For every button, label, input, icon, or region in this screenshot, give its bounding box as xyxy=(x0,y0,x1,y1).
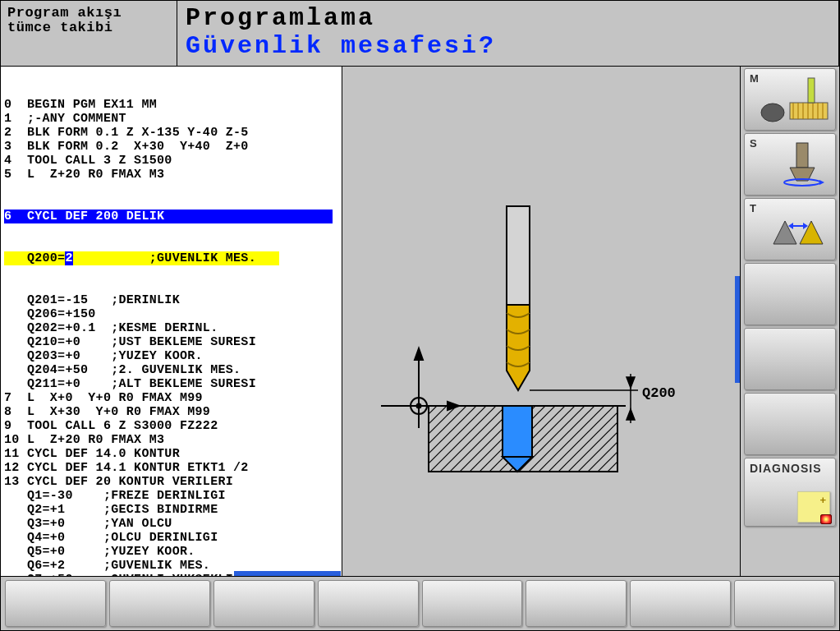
svg-marker-5 xyxy=(415,348,423,360)
graphic-scroll-thumb[interactable] xyxy=(735,276,740,383)
svg-rect-2 xyxy=(503,406,532,457)
side-panel: M S T xyxy=(741,67,839,576)
side-btn-s[interactable]: S xyxy=(744,133,836,196)
nc-line[interactable]: 0 BEGIN PGM EX11 MM xyxy=(4,98,338,112)
nc-line[interactable]: Q211=+0 ;ALT BEKLEME SURESI xyxy=(4,377,338,391)
nc-line[interactable]: 1 ;-ANY COMMENT xyxy=(4,112,338,126)
mode-box: Program akışı tümce takibi xyxy=(1,1,177,66)
softkey-8[interactable] xyxy=(734,580,835,627)
t-icon xyxy=(749,201,834,256)
cursor-value[interactable]: 2 xyxy=(65,251,72,265)
nc-line[interactable]: 9 TOOL CALL 6 Z S3000 FZ222 xyxy=(4,419,338,433)
nc-line[interactable]: Q201=-15 ;DERINLIK xyxy=(4,293,338,307)
help-graphic-pane: Q200 xyxy=(342,67,741,576)
nc-line[interactable]: 10 L Z+20 R0 FMAX M3 xyxy=(4,433,338,447)
svg-marker-28 xyxy=(819,180,824,185)
diag-indicator-icon xyxy=(820,514,832,524)
nc-line[interactable]: Q204=+50 ;2. GUVENLIK MES. xyxy=(4,363,338,377)
softkey-4[interactable] xyxy=(318,580,419,627)
side-btn-empty-3[interactable] xyxy=(744,393,836,455)
nc-line[interactable]: Q203=+0 ;YUZEY KOOR. xyxy=(4,349,338,363)
softkey-row xyxy=(1,576,839,630)
svg-marker-13 xyxy=(627,377,635,388)
softkey-5[interactable] xyxy=(422,580,523,627)
softkey-6[interactable] xyxy=(526,580,627,627)
cycle-help-graphic xyxy=(342,67,737,576)
side-btn-empty-1[interactable] xyxy=(744,263,836,325)
side-btn-empty-2[interactable] xyxy=(744,328,836,390)
title-prompt: Güvenlik mesafesi? xyxy=(186,32,830,60)
nc-line[interactable]: Q2=+1 ;GECIS BINDIRME xyxy=(4,503,338,517)
nc-line[interactable]: 2 BLK FORM 0.1 Z X-135 Y-40 Z-5 xyxy=(4,126,338,140)
nc-line[interactable]: 7 L X+0 Y+0 R0 FMAX M99 xyxy=(4,391,338,405)
softkey-7[interactable] xyxy=(630,580,731,627)
svg-marker-14 xyxy=(627,409,635,420)
title-box: Programlama Güvenlik mesafesi? xyxy=(177,1,839,66)
svg-rect-15 xyxy=(790,103,828,119)
side-btn-t[interactable]: T xyxy=(744,198,836,260)
nc-line[interactable]: Q4=+0 ;OLCU DERINLIGI xyxy=(4,531,338,545)
side-btn-m[interactable]: M xyxy=(744,68,836,131)
nc-line[interactable]: 8 L X+30 Y+0 R0 FMAX M99 xyxy=(4,405,338,419)
softkey-3[interactable] xyxy=(213,580,314,627)
highlighted-line[interactable]: 6 CYCL DEF 200 DELIK xyxy=(4,210,333,223)
nc-line[interactable]: 3 BLK FORM 0.2 X+30 Y+40 Z+0 xyxy=(4,140,338,154)
nc-line[interactable]: Q5=+0 ;YUZEY KOOR. xyxy=(4,545,338,559)
m-icon xyxy=(749,71,834,126)
s-icon xyxy=(749,136,834,191)
nc-line[interactable]: 11 CYCL DEF 14.0 KONTUR xyxy=(4,447,338,461)
softkey-1[interactable] xyxy=(5,580,106,627)
nc-line[interactable]: Q3=+0 ;YAN OLCU xyxy=(4,517,338,531)
softkey-2[interactable] xyxy=(109,580,210,627)
active-param-row[interactable]: Q200=2 ;GUVENLIK MES. xyxy=(4,251,279,265)
param-label-q200: Q200 xyxy=(642,385,676,401)
nc-line[interactable]: 12 CYCL DEF 14.1 KONTUR ETKT1 /2 xyxy=(4,461,338,475)
svg-rect-10 xyxy=(507,206,530,305)
side-btn-diagnosis[interactable]: DIAGNOSIS xyxy=(744,458,836,527)
svg-point-24 xyxy=(761,104,784,122)
nc-line[interactable]: Q206=+150 xyxy=(4,307,338,321)
svg-rect-23 xyxy=(808,78,815,103)
nc-line[interactable]: 5 L Z+20 R0 FMAX M3 xyxy=(4,168,338,182)
svg-rect-25 xyxy=(796,143,808,168)
editor-scroll-thumb[interactable] xyxy=(234,571,341,576)
nc-line[interactable]: Q1=-30 ;FREZE DERINLIGI xyxy=(4,489,338,503)
title-main: Programlama xyxy=(186,4,830,32)
nc-editor[interactable]: 0 BEGIN PGM EX11 MM1 ;-ANY COMMENT2 BLK … xyxy=(1,67,342,576)
nc-line[interactable]: Q210=+0 ;UST BEKLEME SURESI xyxy=(4,335,338,349)
mode-line2: tümce takibi xyxy=(7,21,170,35)
nc-line[interactable]: Q202=+0.1 ;KESME DERINL. xyxy=(4,321,338,335)
nc-line[interactable]: 4 TOOL CALL 3 Z S1500 xyxy=(4,154,338,168)
nc-line[interactable]: 13 CYCL DEF 20 KONTUR VERILERI xyxy=(4,475,338,489)
mode-line1: Program akışı xyxy=(7,6,170,21)
